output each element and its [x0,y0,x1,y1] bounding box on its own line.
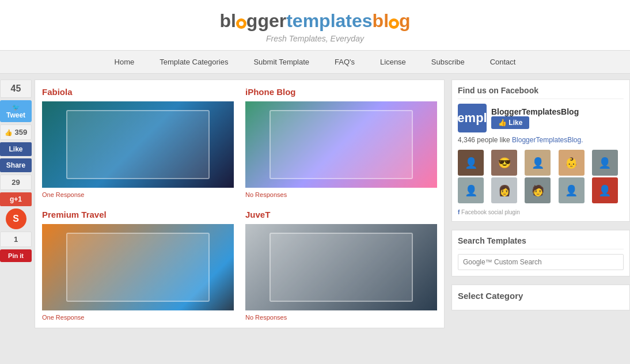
post-responses-fabiola[interactable]: One Response [42,191,84,198]
nav-link-subscribe[interactable]: Subscribe [419,51,477,73]
fb-widget-content: empl BloggerTemplatesBlog Like 4,346 peo… [458,104,624,215]
post-title-travel: Premium Travel [42,210,234,219]
nav-list: Home Template Categories Submit Template… [0,51,630,73]
fb-share-button[interactable]: Share [0,158,32,172]
post-juvet: JuveT No Responses [245,210,437,321]
fb-avatar-1: 👤 [458,150,484,176]
post-link-fabiola[interactable]: Fabiola [42,87,73,97]
post-title-juvet: JuveT [245,210,437,219]
fb-avatar-3: 👤 [525,150,551,176]
fb-count-text: 4,346 people like [458,136,510,144]
fb-avatar-9: 👤 [559,177,585,203]
like-number: 359 [14,128,27,136]
thumb-screen-iphone [270,110,413,179]
stumbleupon-icon: S [13,214,19,224]
thumb-screen-fabiola [66,110,210,179]
fb-page-icon: empl [458,104,487,132]
fb-avatar-6: 👤 [458,177,484,203]
pinterest-button[interactable]: Pin it [0,249,32,262]
share-count: 45 [0,79,32,98]
tweet-label: Tweet [6,111,25,119]
tagline: Fresh Templates, Everyday [0,34,630,43]
logo-text-gger: gger [246,10,286,31]
main-content: Fabiola One Response iPhone Blog No [35,79,445,328]
category-title: Select Category [458,291,624,301]
tweet-button[interactable]: 🐦 Tweet [0,100,32,122]
fb-page-row: empl BloggerTemplatesBlog Like [458,104,624,132]
stumbleupon-button[interactable]: S [6,208,26,229]
nav-link-license[interactable]: License [367,51,419,73]
nav-item-license[interactable]: License [367,51,419,73]
facebook-widget-title: Find us on Facebook [458,86,624,99]
gplus-button[interactable]: g+1 [0,192,32,206]
fb-page-link[interactable]: BloggerTemplatesBlog. [512,136,583,144]
like-count: 👍 359 [0,124,32,140]
post-meta-juvet: No Responses [245,314,437,321]
logo-text-g2: g [399,10,411,31]
nav-item-faq[interactable]: FAQ's [322,51,367,73]
nav-link-submit[interactable]: Submit Template [241,51,322,73]
category-widget: Select Category [451,285,630,310]
search-widget: Search Templates [451,230,630,276]
nav-item-subscribe[interactable]: Subscribe [419,51,477,73]
nav-item-home[interactable]: Home [102,51,147,73]
fb-page-name: BloggerTemplatesBlog [491,107,579,116]
nav-item-categories[interactable]: Template Categories [147,51,241,73]
logo-text-bl: bl [219,10,236,31]
post-link-iphone[interactable]: iPhone Blog [245,87,296,97]
post-responses-iphone[interactable]: No Responses [245,191,287,198]
facebook-widget: Find us on Facebook empl BloggerTemplate… [451,79,630,222]
nav-link-categories[interactable]: Template Categories [147,51,241,73]
thumb-screen-travel [66,233,210,302]
post-meta-iphone: No Responses [245,191,437,198]
fb-avatar-8: 🧑 [525,177,551,203]
post-responses-travel[interactable]: One Response [42,314,84,321]
nav-item-submit[interactable]: Submit Template [241,51,322,73]
post-responses-juvet[interactable]: No Responses [245,314,287,321]
post-thumb-iphone[interactable] [245,101,437,188]
post-iphone: iPhone Blog No Responses [245,87,437,198]
pin-count: 1 [0,232,32,247]
twitter-icon: 🐦 [12,104,20,111]
nav-link-contact[interactable]: Contact [477,51,529,73]
logo: blggertemplatesblg [0,10,630,32]
post-thumb-travel[interactable] [42,224,234,310]
post-meta-fabiola: One Response [42,191,234,198]
fb-like-widget-button[interactable]: Like [491,116,529,129]
fb-social-plugin-text: Facebook social plugin [458,209,624,215]
posts-grid: Fabiola One Response iPhone Blog No [42,87,437,321]
fb-like-button[interactable]: Like [0,142,32,156]
post-title-iphone: iPhone Blog [245,87,437,97]
search-input[interactable] [458,254,624,270]
nav-bar: Home Template Categories Submit Template… [0,50,630,74]
post-link-travel[interactable]: Premium Travel [42,210,107,219]
fb-avatar-2: 😎 [491,150,517,176]
fb-avatar-4: 👶 [559,150,585,176]
page-wrapper: 45 🐦 Tweet 👍 359 Like Share 29 g+1 S 1 P… [0,74,630,334]
fb-page-info: BloggerTemplatesBlog Like [491,107,579,129]
post-meta-travel: One Response [42,314,234,321]
logo-text-bl2: bl [373,10,389,31]
social-bar: 45 🐦 Tweet 👍 359 Like Share 29 g+1 S 1 P… [0,79,32,328]
post-fabiola: Fabiola One Response [42,87,234,198]
fb-avatar-7: 👩 [491,177,517,203]
nav-link-home[interactable]: Home [102,51,147,73]
nav-link-faq[interactable]: FAQ's [322,51,367,73]
post-link-juvet[interactable]: JuveT [245,210,270,219]
logo-o1 [236,18,246,29]
post-travel: Premium Travel One Response [42,210,234,321]
logo-o2 [389,18,399,29]
gplus-count: 29 [0,175,32,190]
fb-avatar-5: 👤 [592,150,618,176]
fb-avatar-10: 👤 [592,177,618,203]
logo-text-templates: templates [286,10,372,31]
post-thumb-juvet[interactable] [245,224,437,310]
nav-item-contact[interactable]: Contact [477,51,529,73]
fb-people-count: 4,346 people like BloggerTemplatesBlog. [458,136,624,144]
post-title-fabiola: Fabiola [42,87,234,97]
thumbs-up-icon: 👍 [5,129,13,136]
post-thumb-fabiola[interactable] [42,101,234,188]
sidebar: Find us on Facebook empl BloggerTemplate… [451,79,630,328]
header: blggertemplatesblg Fresh Templates, Ever… [0,0,630,50]
search-widget-title: Search Templates [458,236,624,249]
